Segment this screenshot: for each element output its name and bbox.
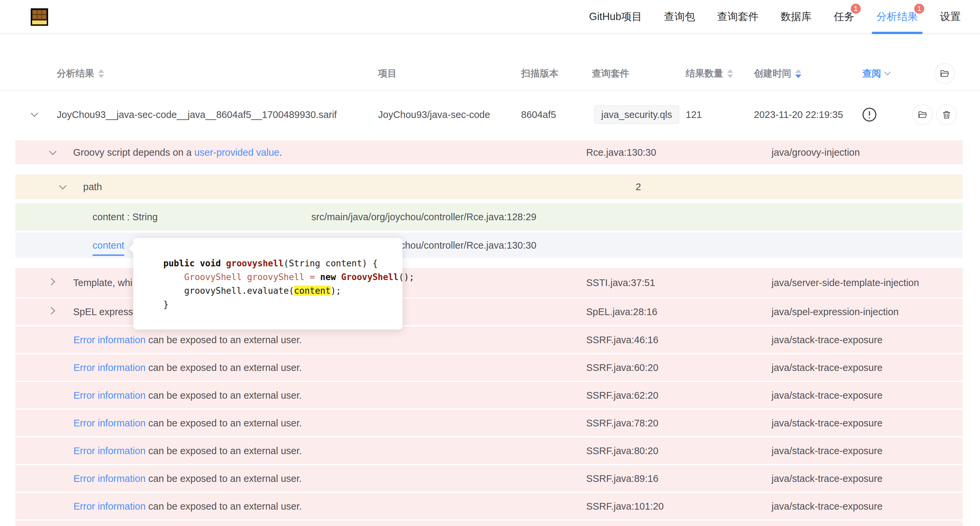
tasks-badge: 1 [850,3,862,15]
finding-location-link[interactable]: SSRF.java:80:20 [586,445,659,456]
nav-label: 设置 [940,10,961,24]
review-dropdown[interactable]: 查阅 [862,67,890,80]
code-text: groovyShell.evaluate( [163,286,294,296]
warning-info-icon[interactable] [862,107,877,122]
sort-icons[interactable] [98,69,104,78]
finding-rule-id: java/stack-trace-exposure [772,334,883,345]
nav-item-query-packs[interactable]: 查询包 [664,0,695,33]
nav-item-query-suites[interactable]: 查询套件 [717,0,759,33]
nav-menu: GitHub项目 查询包 查询套件 数据库 任务 1 分析结果 1 设置 [589,0,961,33]
column-label: 查询套件 [592,67,629,80]
message-text: can be exposed to an external user. [146,445,302,456]
path-step-row-source: content : String src/main/java/org/joych… [15,203,963,231]
finding-location-link[interactable]: SSRF.java:60:20 [586,362,659,373]
code-text: ); [331,286,341,296]
step-label-link[interactable]: content : String [92,212,158,223]
result-count: 121 [686,109,702,120]
finding-message: Error information can be exposed to an e… [73,500,302,512]
page: GitHub项目 查询包 查询套件 数据库 任务 1 分析结果 1 设置 [0,0,980,526]
column-label: 结果数量 [686,67,723,80]
finding-location-link[interactable]: SpEL.java:28:16 [586,306,657,317]
finding-row-groovy-injection: Groovy script depends on a user-provided… [15,140,963,164]
finding-location-link[interactable]: SSRF.java:89:16 [586,473,659,484]
nav-label: 查询套件 [717,10,759,24]
expand-finding-icon[interactable] [48,307,56,315]
step-label-link-active[interactable]: content [92,240,124,256]
delete-result-button[interactable] [936,104,957,125]
collapse-row-icon[interactable] [31,110,38,117]
finding-message: Groovy script depends on a user-provided… [73,147,282,158]
code-text: (String content) { [283,258,378,268]
message-text: can be exposed to an external user. [146,390,302,400]
message-link[interactable]: Error information [73,418,146,428]
folder-icon [940,69,950,78]
column-header-created[interactable]: 创建时间 [754,67,801,80]
finding-rule-id: java/stack-trace-exposure [772,418,883,429]
path-step-count: 2 [636,182,641,193]
path-label: path [83,182,102,193]
message-link[interactable]: Error information [73,500,146,511]
finding-row-stack-trace: Error information can be exposed to an e… [15,410,963,436]
sort-icons[interactable] [795,69,801,78]
code-keyword: new [320,272,341,282]
code-preview-tooltip: public void groovyshell(String content) … [133,238,402,330]
message-link[interactable]: Error information [73,473,146,483]
step-location-link[interactable]: src/main/java/org/joychou/controller/Rce… [311,212,536,223]
expand-finding-icon[interactable] [48,278,56,286]
open-folder-button[interactable] [934,63,955,84]
finding-message: Error information can be exposed to an e… [73,362,302,373]
column-label: 创建时间 [754,67,791,80]
finding-row-stack-trace: Error information can be exposed to an e… [15,354,963,381]
code-type: GroovyShell groovyShell = [163,272,320,282]
sort-asc-icon [795,69,801,73]
message-text: can be exposed to an external user. [146,500,302,511]
active-tab-indicator [872,32,923,34]
table-header-row: 分析结果 项目 扫描版本 查询套件 结果数量 创建时间 [0,57,980,91]
step-label-wrap: content [92,240,124,251]
nav-item-databases[interactable]: 数据库 [781,0,811,33]
code-line: GroovyShell groovyShell = new GroovyShel… [163,270,393,284]
finding-location-link[interactable]: SSRF.java:46:16 [586,334,659,345]
finding-location-link[interactable]: SSRF.java:101:20 [586,500,664,512]
analysis-results-badge: 1 [913,3,925,15]
message-link[interactable]: Error information [73,334,146,345]
message-link[interactable]: Error information [73,362,146,373]
message-link[interactable]: Error information [73,445,146,456]
code-line: groovyShell.evaluate(content); [163,284,393,298]
collapse-finding-icon[interactable] [49,148,57,155]
finding-location-link[interactable]: SSRF.java:78:20 [586,418,659,429]
sort-asc-icon [727,69,733,73]
nav-item-settings[interactable]: 设置 [940,0,961,33]
sarif-file-name: JoyChou93__java-sec-code__java__8604af5_… [57,109,337,120]
nav-label: 分析结果 [877,10,918,24]
sort-icons[interactable] [727,69,733,78]
finding-row-partial [15,521,963,526]
code-text: (); [398,272,414,282]
message-link[interactable]: Error information [73,390,146,400]
folder-icon [918,110,928,120]
open-result-folder-button[interactable] [912,104,933,125]
message-link[interactable]: user-provided value [194,147,280,158]
app-logo-icon [30,8,49,26]
review-label: 查阅 [862,67,881,80]
collapse-path-icon[interactable] [59,182,67,190]
project-name: JoyChou93/java-sec-code [378,109,490,120]
nav-label: GitHub项目 [589,10,642,24]
finding-location-link[interactable]: SSTI.java:37:51 [586,277,655,289]
finding-location-link[interactable]: Rce.java:130:30 [586,147,656,158]
sort-desc-icon-active [795,75,801,78]
nav-item-analysis-results[interactable]: 分析结果 1 [877,0,918,33]
finding-location-link[interactable]: SSRF.java:62:20 [586,390,659,401]
finding-rule-id: java/groovy-injection [772,147,860,158]
column-label: 项目 [378,67,397,80]
chevron-down-icon [884,69,891,75]
nav-item-tasks[interactable]: 任务 1 [834,0,854,33]
message-text: can be exposed to an external user. [146,473,302,483]
code-snippet: public void groovyshell(String content) … [133,238,402,311]
nav-item-github-projects[interactable]: GitHub项目 [589,0,642,33]
column-header-count[interactable]: 结果数量 [686,67,733,80]
finding-message: Error information can be exposed to an e… [73,473,302,484]
message-text: . [279,147,282,158]
column-header-result[interactable]: 分析结果 [57,67,104,80]
code-highlighted-token: content [294,286,331,296]
